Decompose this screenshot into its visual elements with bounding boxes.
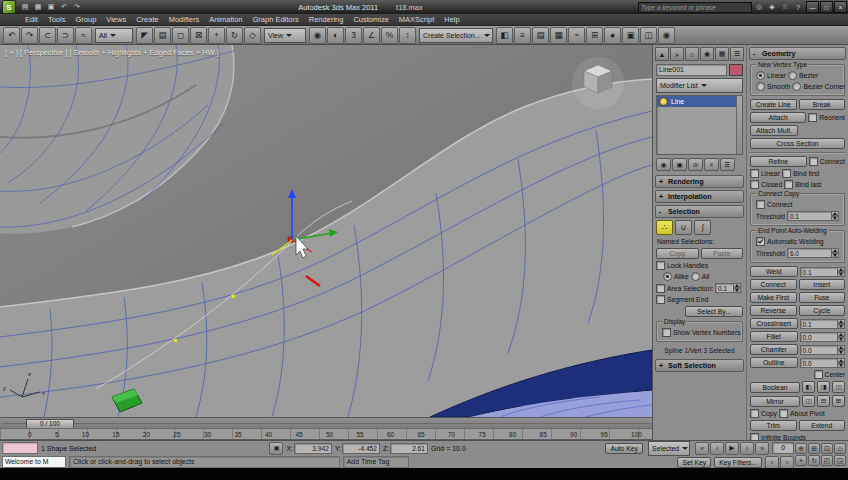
- boolean-subtract-icon[interactable]: ◨: [817, 381, 830, 393]
- weld-threshold-spinner[interactable]: 6.0: [787, 248, 831, 258]
- reference-coordinate-dropdown[interactable]: View: [264, 28, 306, 43]
- maxscript-mini-listener[interactable]: Welcome to M: [2, 456, 66, 468]
- show-end-result-icon[interactable]: ▣: [672, 158, 687, 171]
- menu-item[interactable]: Graph Editors: [248, 14, 304, 25]
- menu-item[interactable]: Edit: [20, 14, 43, 25]
- menu-item[interactable]: Modifiers: [164, 14, 204, 25]
- refine-connect-checkbox[interactable]: Connect: [809, 157, 845, 166]
- zoom-all-icon[interactable]: ⊞: [808, 443, 820, 454]
- lock-handles-checkbox[interactable]: Lock Handles: [656, 261, 708, 270]
- play-icon[interactable]: ▶: [725, 442, 739, 455]
- select-by-button[interactable]: Select By...: [685, 306, 743, 317]
- show-vertex-numbers-checkbox[interactable]: Show Vertex Numbers: [662, 328, 741, 337]
- percent-snap-icon[interactable]: %: [381, 27, 398, 44]
- open-file-icon[interactable]: ▦: [32, 2, 44, 13]
- tab-utilities[interactable]: ☰: [730, 47, 744, 61]
- pin-stack-icon[interactable]: ◉: [656, 158, 671, 171]
- y-coordinate-field[interactable]: -4.452: [342, 443, 380, 454]
- bind-first-checkbox[interactable]: Bind first: [782, 169, 819, 178]
- previous-frame-icon[interactable]: ‹: [710, 442, 724, 455]
- mirror-vertical-icon[interactable]: ⊟: [817, 395, 830, 407]
- menu-item[interactable]: Help: [439, 14, 464, 25]
- app-logo-icon[interactable]: S: [2, 0, 16, 14]
- area-selection-spinner[interactable]: 0.1: [715, 283, 733, 293]
- select-by-name-icon[interactable]: ▤: [154, 27, 171, 44]
- boolean-union-icon[interactable]: ◧: [802, 381, 815, 393]
- menu-item[interactable]: Views: [101, 14, 131, 25]
- chamfer-spinner[interactable]: 0.0: [800, 345, 838, 355]
- weld-spinner[interactable]: 0.1: [800, 267, 838, 277]
- tab-modify[interactable]: ◗: [670, 47, 684, 61]
- render-production-icon[interactable]: ◉: [658, 27, 675, 44]
- connect-button[interactable]: Connect: [750, 279, 797, 290]
- next-key-icon[interactable]: ›: [780, 456, 794, 469]
- menu-item[interactable]: Rendering: [304, 14, 349, 25]
- paste-named-selection-button[interactable]: Paste: [701, 248, 744, 259]
- cross-insert-spinner[interactable]: 0.1: [800, 319, 838, 329]
- modifier-stack[interactable]: Line: [656, 95, 743, 155]
- macro-recorder-field[interactable]: [2, 442, 38, 454]
- x-coordinate-field[interactable]: 3.942: [294, 443, 332, 454]
- spinner-down-icon[interactable]: [837, 272, 845, 277]
- spinner-down-icon[interactable]: [837, 350, 845, 355]
- pan-icon[interactable]: +: [795, 455, 807, 466]
- trim-button[interactable]: Trim: [750, 420, 797, 431]
- communication-center-icon[interactable]: ◈: [766, 2, 778, 13]
- spinner-snap-icon[interactable]: ↕: [399, 27, 416, 44]
- z-coordinate-field[interactable]: 2.61: [390, 443, 428, 454]
- linear-vertex-radio[interactable]: Linear: [756, 71, 786, 80]
- new-file-icon[interactable]: ▤: [19, 2, 31, 13]
- close-icon[interactable]: ×: [834, 1, 847, 13]
- spinner-down-icon[interactable]: [831, 216, 839, 221]
- alike-radio[interactable]: Alike: [663, 272, 689, 281]
- create-line-button[interactable]: Create Line: [750, 99, 797, 110]
- zoom-extents-icon[interactable]: ⊡: [821, 443, 833, 454]
- menu-item[interactable]: Customize: [348, 14, 393, 25]
- fillet-button[interactable]: Fillet: [750, 331, 798, 342]
- zoom-icon[interactable]: ⊕: [795, 443, 807, 454]
- vertex-mode-icon[interactable]: ∴: [656, 220, 673, 235]
- automatic-welding-checkbox[interactable]: Automatic Welding: [756, 237, 824, 246]
- segment-end-checkbox[interactable]: Segment End: [656, 295, 708, 304]
- menu-item[interactable]: Animation: [204, 14, 247, 25]
- select-and-move-icon[interactable]: +: [208, 27, 225, 44]
- make-first-button[interactable]: Make First: [750, 292, 797, 303]
- make-unique-icon[interactable]: ⊘: [688, 158, 703, 171]
- rollout-geometry[interactable]: - Geometry: [749, 47, 846, 60]
- mirror-copy-checkbox[interactable]: Copy: [750, 409, 777, 418]
- search-input[interactable]: [638, 2, 752, 13]
- spline-mode-icon[interactable]: ∫: [694, 220, 711, 235]
- stack-item-line[interactable]: Line: [657, 96, 742, 107]
- select-and-link-icon[interactable]: ⊂: [39, 27, 56, 44]
- object-name-field[interactable]: Line001: [656, 64, 727, 76]
- use-pivot-point-icon[interactable]: ◉: [309, 27, 326, 44]
- layer-manager-icon[interactable]: ▤: [532, 27, 549, 44]
- refine-button[interactable]: Refine: [750, 156, 807, 167]
- zoom-region-icon[interactable]: ◰: [821, 455, 833, 466]
- center-checkbox[interactable]: Center: [814, 370, 845, 379]
- about-pivot-checkbox[interactable]: About Pivot: [779, 409, 825, 418]
- redo-icon[interactable]: ↷: [71, 2, 83, 13]
- perspective-viewport[interactable]: x z y [ + ] [ Perspective ] [ Smooth + H…: [0, 45, 652, 417]
- curve-editor-icon[interactable]: ~: [568, 27, 585, 44]
- snap-toggle-icon[interactable]: 3: [345, 27, 362, 44]
- smooth-vertex-radio[interactable]: Smooth: [756, 82, 790, 91]
- maximize-viewport-icon[interactable]: ◲: [834, 455, 846, 466]
- help-icon[interactable]: ?: [792, 2, 804, 13]
- viewport-label[interactable]: [ + ] [ Perspective ] [ Smooth + Highlig…: [5, 48, 219, 57]
- mirror-both-icon[interactable]: ⊞: [832, 395, 845, 407]
- window-crossing-icon[interactable]: ⊠: [190, 27, 207, 44]
- break-button[interactable]: Break: [799, 99, 846, 110]
- graphite-ribbon-icon[interactable]: ▦: [550, 27, 567, 44]
- rollout-rendering[interactable]: + Rendering: [655, 175, 744, 188]
- infinite-bounds-checkbox[interactable]: Infinite Bounds: [750, 433, 806, 440]
- material-editor-icon[interactable]: ●: [604, 27, 621, 44]
- select-and-rotate-icon[interactable]: ↻: [226, 27, 243, 44]
- rendered-frame-icon[interactable]: ◫: [640, 27, 657, 44]
- minimize-icon[interactable]: —: [806, 1, 819, 13]
- selection-filter-dropdown[interactable]: All: [95, 28, 133, 43]
- rollout-selection[interactable]: - Selection: [655, 205, 744, 218]
- next-frame-icon[interactable]: ›: [740, 442, 754, 455]
- cross-section-button[interactable]: Cross Section: [750, 138, 845, 149]
- restore-icon[interactable]: □: [820, 1, 833, 13]
